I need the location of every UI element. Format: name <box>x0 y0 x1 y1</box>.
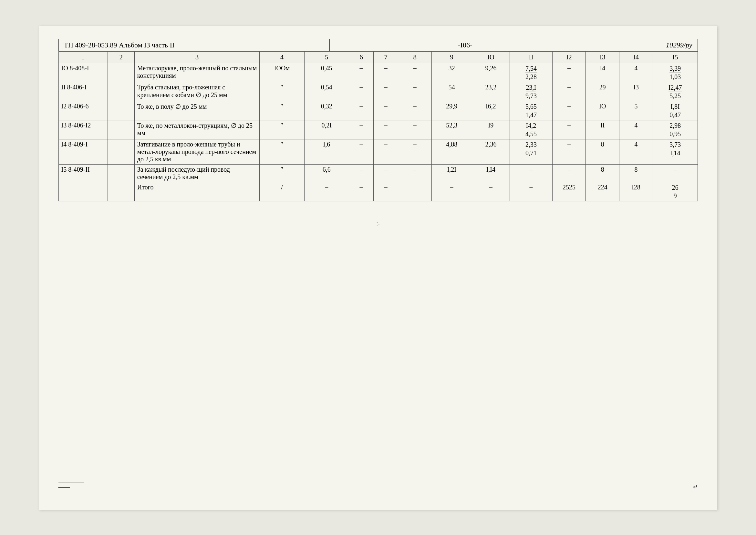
page-number: -I06- <box>330 39 601 51</box>
fraction: I4,2 4,55 <box>526 122 537 138</box>
table-row: Итого / – – – – – – 2525 224 I28 26 9 <box>58 182 698 201</box>
table-row: I5 8-409-II За каждый последую-щий прово… <box>58 165 698 182</box>
row5-col12: – <box>552 139 586 165</box>
row7-col5: – <box>304 182 349 201</box>
row1-col10: 9,26 <box>472 63 510 82</box>
fraction: 2,33 0,71 <box>526 141 537 157</box>
col-header-9: 9 <box>432 52 472 63</box>
row3-col6: – <box>349 101 374 120</box>
row7-col13: 224 <box>586 182 620 201</box>
row7-col7: – <box>374 182 398 201</box>
row7-col4: / <box>260 182 304 201</box>
col-header-5: 5 <box>304 52 349 63</box>
row6-col8: – <box>398 165 432 182</box>
row4-col1: I3 8-406-I2 <box>58 120 107 139</box>
row2-col11: 23,I 9,73 <box>510 82 552 101</box>
fraction: 5,65 1,47 <box>526 102 537 119</box>
row3-col2 <box>107 101 134 120</box>
row4-col2 <box>107 120 134 139</box>
row7-col2 <box>107 182 134 201</box>
row7-col12: 2525 <box>552 182 586 201</box>
row7-col6: – <box>349 182 374 201</box>
row1-col4: IOOм <box>260 63 304 82</box>
header: ТП 409-28-053.89 Альбом I3 часть II -I06… <box>58 39 698 51</box>
row4-col5: 0,2I <box>304 120 349 139</box>
row5-col7: – <box>374 139 398 165</box>
row4-col6: – <box>349 120 374 139</box>
row7-col9: – <box>432 182 472 201</box>
col-header-3: 3 <box>134 52 259 63</box>
row2-col5: 0,54 <box>304 82 349 101</box>
row5-col13: 8 <box>586 139 620 165</box>
row6-col10: I,I4 <box>472 165 510 182</box>
col-header-11: II <box>510 52 552 63</box>
page: ТП 409-28-053.89 Альбом I3 часть II -I06… <box>39 26 717 510</box>
table-row: II 8-406-I Труба стальная, про-ложенная … <box>58 82 698 101</box>
row1-col15: 3,39 1,03 <box>653 63 698 82</box>
row1-col1: IO 8-408-I <box>58 63 107 82</box>
row1-col5: 0,45 <box>304 63 349 82</box>
row2-col3: Труба стальная, про-ложенная с крепление… <box>134 82 259 101</box>
col-header-7: 7 <box>374 52 398 63</box>
row4-col8: – <box>398 120 432 139</box>
row6-col2 <box>107 165 134 182</box>
row5-col9: 4,88 <box>432 139 472 165</box>
column-headers: I 2 3 4 5 6 7 8 9 IO II I2 I3 I4 I5 <box>58 52 698 63</box>
row3-col14: 5 <box>620 101 653 120</box>
row1-col14: 4 <box>620 63 653 82</box>
row7-col14: I28 <box>620 182 653 201</box>
main-table: I 2 3 4 5 6 7 8 9 IO II I2 I3 I4 I5 IO 8… <box>58 51 698 201</box>
row5-col6: – <box>349 139 374 165</box>
row7-col3: Итого <box>134 182 259 201</box>
row6-col6: – <box>349 165 374 182</box>
row4-col9: 52,3 <box>432 120 472 139</box>
row4-col10: I9 <box>472 120 510 139</box>
stamp: 10299/ру <box>601 39 698 51</box>
bottom-right-mark: ↵ <box>693 483 698 491</box>
row1-col7: – <box>374 63 398 82</box>
row5-col2 <box>107 139 134 165</box>
col-header-12: I2 <box>552 52 586 63</box>
col-header-1: I <box>58 52 107 63</box>
row4-col7: – <box>374 120 398 139</box>
row3-col12: – <box>552 101 586 120</box>
row2-col6: – <box>349 82 374 101</box>
fraction: 3,73 I,14 <box>669 141 681 157</box>
fraction: 3,39 1,03 <box>669 65 681 81</box>
row7-col11: – <box>510 182 552 201</box>
row4-col13: II <box>586 120 620 139</box>
row6-col5: 6,6 <box>304 165 349 182</box>
fraction: I2,47 5,25 <box>669 84 682 100</box>
row2-col15: I2,47 5,25 <box>653 82 698 101</box>
row6-col3: За каждый последую-щий провод сечением д… <box>134 165 259 182</box>
row3-col7: – <box>374 101 398 120</box>
table-row: I3 8-406-I2 То же, по металлокон-струкци… <box>58 120 698 139</box>
fraction: 26 9 <box>672 183 679 200</box>
col-header-8: 8 <box>398 52 432 63</box>
row5-col14: 4 <box>620 139 653 165</box>
col-header-6: 6 <box>349 52 374 63</box>
row3-col4: ″ <box>260 101 304 120</box>
row1-col12: – <box>552 63 586 82</box>
fraction: 2,98 0,95 <box>669 122 681 138</box>
col-header-14: I4 <box>620 52 653 63</box>
fraction: I,8I 0,47 <box>669 102 681 119</box>
table-row: I4 8-409-I Затягивание в проло-женные тр… <box>58 139 698 165</box>
row5-col11: 2,33 0,71 <box>510 139 552 165</box>
row2-col2 <box>107 82 134 101</box>
row4-col11: I4,2 4,55 <box>510 120 552 139</box>
fraction: 23,I 9,73 <box>526 84 537 100</box>
row6-col4: ″ <box>260 165 304 182</box>
row3-col5: 0,32 <box>304 101 349 120</box>
fraction: 7,54 2,28 <box>526 65 537 81</box>
row1-col9: 32 <box>432 63 472 82</box>
row2-col14: I3 <box>620 82 653 101</box>
row6-col15: – <box>653 165 698 182</box>
col-header-2: 2 <box>107 52 134 63</box>
header-title: ТП 409-28-053.89 Альбом I3 часть II <box>59 39 330 51</box>
row4-col12: – <box>552 120 586 139</box>
col-header-4: 4 <box>260 52 304 63</box>
row5-col10: 2,36 <box>472 139 510 165</box>
row7-col10: – <box>472 182 510 201</box>
row2-col8: – <box>398 82 432 101</box>
